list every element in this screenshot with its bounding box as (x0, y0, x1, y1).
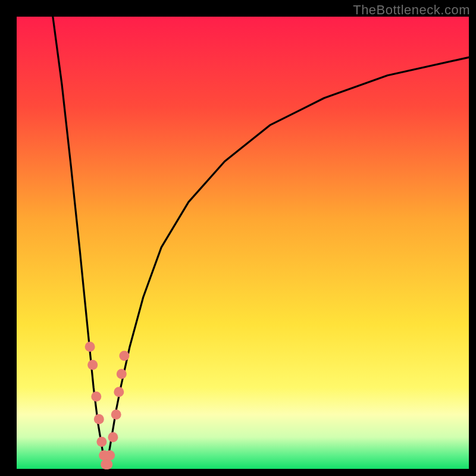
scatter-dot (96, 437, 107, 447)
scatter-dot (85, 342, 95, 352)
watermark-text: TheBottleneck.com (353, 2, 470, 18)
scatter-dot (108, 432, 118, 442)
scatter-dot (87, 360, 98, 370)
scatter-dot (102, 459, 112, 469)
scatter-dot (91, 392, 101, 402)
chart-stage: TheBottleneck.com (0, 0, 476, 476)
scatter-dot (94, 414, 104, 424)
scatter-dot (117, 369, 127, 379)
scatter-dot (105, 450, 115, 461)
scatter-dot (114, 387, 124, 397)
scatter-dot (119, 351, 129, 361)
bottleneck-chart (0, 0, 476, 476)
plot-background (17, 17, 469, 469)
scatter-dot (111, 409, 121, 419)
